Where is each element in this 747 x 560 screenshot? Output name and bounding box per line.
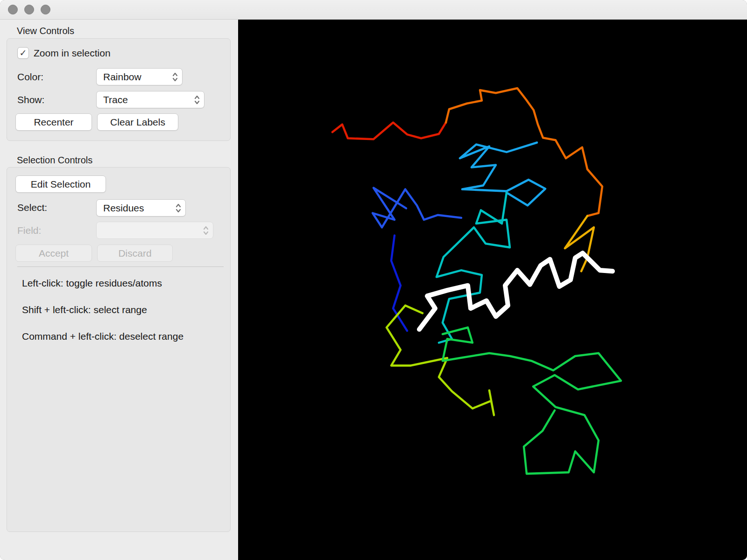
select-dropdown-value: Residues bbox=[103, 203, 144, 214]
divider bbox=[17, 266, 224, 267]
app-window: View Controls ✓ Zoom in selection Color:… bbox=[0, 0, 747, 560]
view-controls-group: ✓ Zoom in selection Color: Rainbow Show: bbox=[7, 38, 231, 141]
minimize-button[interactable] bbox=[24, 5, 34, 14]
select-label: Select: bbox=[17, 203, 47, 212]
chevron-up-down-icon bbox=[194, 94, 200, 105]
help-command-left-click: Command + left-click: deselect range bbox=[22, 331, 183, 342]
titlebar[interactable] bbox=[0, 0, 747, 20]
trace-blue[interactable] bbox=[373, 188, 461, 227]
selection-controls-group: Edit Selection Select: Residues Field: bbox=[7, 167, 231, 532]
zoom-in-selection-row: ✓ Zoom in selection bbox=[17, 47, 111, 59]
help-left-click: Left-click: toggle residues/atoms bbox=[22, 278, 162, 289]
field-label: Field: bbox=[17, 225, 41, 235]
show-dropdown-value: Trace bbox=[103, 94, 128, 105]
zoom-in-selection-label: Zoom in selection bbox=[34, 48, 111, 59]
select-dropdown[interactable]: Residues bbox=[96, 199, 186, 217]
checkmark-icon: ✓ bbox=[20, 49, 27, 57]
help-shift-left-click: Shift + left-click: select range bbox=[22, 304, 147, 315]
view-controls-title: View Controls bbox=[17, 26, 74, 36]
molecule-svg[interactable] bbox=[238, 20, 747, 560]
clear-labels-button[interactable]: Clear Labels bbox=[97, 113, 178, 131]
selection-controls-title: Selection Controls bbox=[17, 155, 92, 166]
trace-red[interactable] bbox=[332, 123, 446, 140]
discard-button: Discard bbox=[97, 245, 173, 262]
chevron-up-down-icon bbox=[203, 225, 209, 236]
chevron-up-down-icon bbox=[172, 71, 178, 83]
trace-orange[interactable] bbox=[446, 88, 602, 216]
color-dropdown[interactable]: Rainbow bbox=[96, 68, 183, 85]
sidebar: View Controls ✓ Zoom in selection Color:… bbox=[0, 20, 238, 560]
zoom-in-selection-checkbox[interactable]: ✓ bbox=[17, 47, 29, 59]
show-label: Show: bbox=[17, 95, 44, 105]
trace-sky-blue[interactable] bbox=[460, 142, 545, 205]
chevron-up-down-icon bbox=[175, 203, 182, 214]
zoom-window-button[interactable] bbox=[41, 5, 50, 14]
edit-selection-button[interactable]: Edit Selection bbox=[15, 175, 106, 193]
show-dropdown[interactable]: Trace bbox=[96, 91, 204, 108]
trace-dark-blue[interactable] bbox=[391, 236, 407, 331]
molecule-viewer[interactable] bbox=[238, 20, 747, 560]
color-dropdown-value: Rainbow bbox=[103, 71, 141, 83]
close-button[interactable] bbox=[8, 5, 18, 14]
recenter-button[interactable]: Recenter bbox=[15, 113, 92, 131]
trace-green[interactable] bbox=[443, 328, 621, 474]
field-dropdown bbox=[96, 222, 213, 239]
accept-button: Accept bbox=[15, 245, 92, 262]
color-label: Color: bbox=[17, 72, 43, 82]
